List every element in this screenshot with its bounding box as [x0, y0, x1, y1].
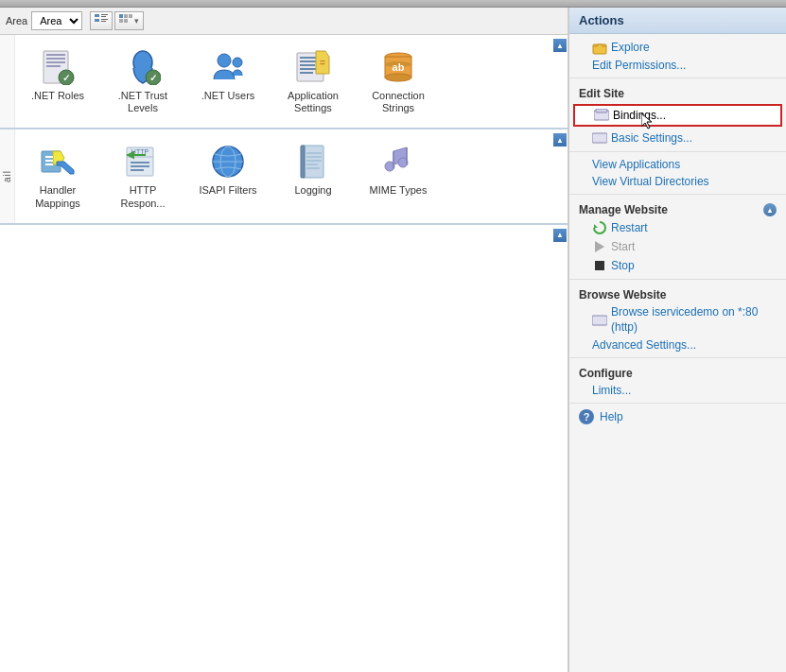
browse-website-title: Browse Website [569, 284, 786, 303]
svg-rect-13 [46, 58, 65, 60]
configure-section: Configure Limits... [569, 358, 786, 404]
app-settings-icon-item[interactable]: = ApplicationSettings [271, 43, 356, 120]
section2-side-label: ail [2, 170, 12, 182]
explore-action[interactable]: Explore [569, 38, 786, 57]
filter-bar: Area Area All [0, 8, 568, 35]
manage-website-collapse[interactable]: ▲ [763, 203, 777, 216]
conn-strings-icon: ab [379, 48, 417, 86]
svg-marker-65 [595, 241, 604, 252]
app-settings-label: ApplicationSettings [288, 90, 339, 114]
top-bar [0, 0, 786, 8]
edit-permissions-action[interactable]: Edit Permissions... [569, 57, 786, 74]
section3-scroll[interactable]: ▲ [552, 225, 568, 242]
svg-rect-5 [101, 21, 106, 22]
logging-icon [294, 143, 332, 181]
svg-rect-48 [303, 146, 323, 178]
svg-text:✓: ✓ [149, 73, 157, 83]
configure-title: Configure [569, 362, 786, 382]
svg-rect-4 [101, 19, 108, 20]
isapi-filters-icon-item[interactable]: ISAPI Filters [185, 137, 271, 215]
section1-side [0, 35, 15, 128]
stop-action[interactable]: Stop [569, 256, 786, 275]
svg-rect-15 [46, 65, 61, 67]
detail-view-button[interactable] [90, 11, 113, 30]
advanced-settings-action[interactable]: Advanced Settings... [569, 336, 786, 353]
basic-settings-icon [592, 130, 607, 146]
help-icon: ? [579, 409, 594, 424]
edit-permissions-label: Edit Permissions... [592, 59, 686, 72]
manage-website-header: Manage Website ▲ [569, 198, 786, 218]
section2-icons: HandlerMappings HTTP [15, 129, 460, 222]
browse-link-action[interactable]: Browse iservicedemo on *:80(http) [569, 303, 786, 336]
view-applications-action[interactable]: View Applications [569, 156, 786, 173]
main-area: Area Area All [0, 8, 786, 672]
mime-types-icon-item[interactable]: MIME Types [356, 137, 441, 215]
svg-rect-26 [300, 64, 315, 66]
conn-strings-icon-item[interactable]: ab ConnectionStrings [356, 43, 441, 120]
svg-rect-1 [101, 14, 108, 15]
section2-side: ail [0, 129, 15, 222]
detail-view-icon [95, 14, 108, 27]
area-filter-select[interactable]: Area All [31, 11, 82, 30]
net-trust-icon-item[interactable]: ✓ .NET TrustLevels [100, 43, 185, 120]
right-panel: Actions Explore Edit Permissions... Edit… [568, 8, 786, 672]
section1-scroll[interactable]: ▲ [552, 35, 568, 128]
svg-marker-64 [594, 224, 598, 228]
logging-label: Logging [294, 184, 331, 197]
net-roles-icon-item[interactable]: ✓ .NET Roles [15, 43, 100, 120]
view-virtual-dirs-action[interactable]: View Virtual Directories [569, 173, 786, 190]
browse-website-section: Browse Website Browse iservicedemo on *:… [569, 280, 786, 358]
svg-rect-7 [124, 14, 128, 18]
svg-text:ab: ab [393, 61, 405, 73]
stop-icon [592, 258, 607, 273]
handler-mappings-icon-item[interactable]: HandlerMappings [15, 137, 100, 215]
isapi-filters-icon [209, 143, 247, 181]
section-2: ▲ ail [0, 129, 568, 224]
net-trust-icon: ✓ [124, 48, 162, 86]
mime-types-label: MIME Types [370, 184, 428, 197]
left-panel: Area Area All [0, 8, 568, 672]
restart-action[interactable]: Restart [569, 218, 786, 237]
svg-point-22 [233, 58, 242, 67]
net-users-icon-item[interactable]: .NET Users [185, 43, 271, 120]
bindings-icon [594, 108, 609, 123]
http-response-icon: HTTP [124, 143, 162, 181]
limits-action[interactable]: Limits... [569, 382, 786, 399]
section2-scroll[interactable]: ▲ [552, 129, 568, 222]
section-1: ▲ [0, 35, 568, 129]
svg-rect-12 [46, 54, 65, 56]
help-action[interactable]: Help [600, 410, 623, 423]
http-response-icon-item[interactable]: HTTP HTTPRespon... [100, 137, 185, 215]
mime-types-icon [379, 143, 417, 181]
manage-website-title: Manage Website [579, 203, 668, 216]
isapi-filters-label: ISAPI Filters [199, 184, 256, 197]
conn-strings-label: ConnectionStrings [372, 90, 425, 114]
bindings-label: Bindings... [613, 109, 666, 122]
restart-label: Restart [611, 221, 648, 234]
scroll-up-btn-2[interactable]: ▲ [553, 133, 567, 146]
icon-view-button[interactable]: ▾ [114, 11, 144, 30]
svg-rect-9 [119, 19, 123, 23]
svg-rect-27 [300, 68, 317, 70]
svg-rect-8 [129, 14, 132, 18]
view-virtual-dirs-label: View Virtual Directories [592, 175, 709, 188]
basic-settings-action[interactable]: Basic Settings... [569, 129, 786, 147]
svg-rect-14 [46, 61, 65, 63]
scroll-up-btn-1[interactable]: ▲ [553, 39, 567, 52]
view-applications-label: View Applications [592, 158, 680, 171]
start-label: Start [611, 240, 635, 253]
help-section: ? Help [569, 404, 786, 430]
svg-rect-28 [300, 72, 313, 74]
net-trust-label: .NET TrustLevels [118, 90, 167, 114]
section2-content: ail [0, 129, 568, 222]
start-icon [592, 239, 607, 254]
browse-link-label: Browse iservicedemo on *:80(http) [611, 305, 758, 335]
section1-icons: ✓ .NET Roles ✓ [15, 35, 460, 128]
logging-icon-item[interactable]: Logging [271, 137, 356, 215]
bindings-action[interactable]: Bindings... [573, 104, 782, 127]
filter-label: Area [6, 15, 27, 26]
scroll-up-btn-3[interactable]: ▲ [553, 229, 567, 242]
svg-rect-61 [596, 109, 607, 112]
svg-rect-66 [595, 261, 604, 270]
explore-label: Explore [611, 41, 650, 54]
